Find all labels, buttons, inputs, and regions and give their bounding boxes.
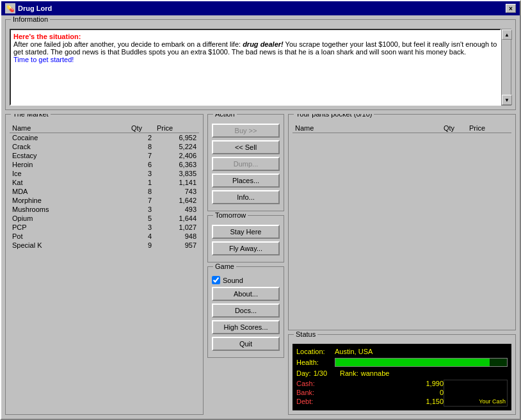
market-item-price: 5,224: [154, 142, 199, 151]
market-item-qty: 2: [129, 133, 154, 143]
market-item-price: 957: [154, 241, 199, 250]
info-heading: Here's the situation:: [13, 33, 497, 40]
market-item-qty: 9: [129, 241, 154, 250]
day-value: 1/30: [314, 369, 327, 377]
market-item-price: 6,363: [154, 160, 199, 169]
rank-label: Rank:: [340, 369, 358, 377]
fly-away-button[interactable]: Fly Away...: [212, 241, 280, 255]
title-bar-left: 💊 Drug Lord: [5, 3, 52, 13]
about-button[interactable]: About...: [212, 287, 280, 301]
market-row[interactable]: MDA 8 743: [10, 187, 199, 196]
info-text-area: Here's the situation: After one failed j…: [10, 29, 501, 106]
market-item-qty: 3: [129, 169, 154, 178]
market-item-qty: 7: [129, 151, 154, 160]
tomorrow-group: Tomorrow Stay Here Fly Away...: [207, 215, 284, 262]
buy-button[interactable]: Buy >>: [212, 124, 280, 138]
main-content: Information Here's the situation: After …: [1, 15, 520, 419]
market-item-qty: 6: [129, 160, 154, 169]
cash-chart: Your Cash: [444, 380, 508, 407]
information-group: Information Here's the situation: After …: [5, 19, 516, 110]
pants-label: Your pants pocket (0/10): [294, 114, 374, 118]
location-value: Austin, USA: [335, 348, 373, 355]
market-item-qty: 3: [129, 223, 154, 232]
places-button[interactable]: Places...: [212, 174, 280, 188]
market-item-name: Heroin: [10, 160, 129, 169]
information-label: Information: [11, 15, 50, 23]
market-row[interactable]: Mushrooms 3 493: [10, 205, 199, 214]
dump-button[interactable]: Dump...: [212, 157, 280, 171]
sound-label[interactable]: Sound: [223, 277, 243, 284]
market-row[interactable]: Pot 4 948: [10, 232, 199, 241]
market-row[interactable]: Ice 3 3,835: [10, 169, 199, 178]
market-item-qty: 5: [129, 214, 154, 223]
market-item-name: Crack: [10, 142, 129, 151]
health-bar: [335, 359, 490, 366]
sound-row: Sound: [212, 276, 280, 284]
market-col-price: Price: [154, 124, 199, 133]
market-row[interactable]: PCP 3 1,027: [10, 223, 199, 232]
market-row[interactable]: Morphine 7 1,642: [10, 196, 199, 205]
cash-label: Cash:: [296, 380, 322, 387]
status-label: Status: [294, 330, 317, 338]
market-item-name: Morphine: [10, 196, 129, 205]
market-item-price: 743: [154, 187, 199, 196]
health-row: Health:: [296, 358, 508, 367]
bank-label: Bank:: [296, 389, 322, 396]
info-body: After one failed job after another, you …: [13, 40, 497, 56]
main-window: 💊 Drug Lord × Information Here's the sit…: [0, 0, 521, 420]
market-item-name: Mushrooms: [10, 205, 129, 214]
game-group: Game Sound About... Docs... High Scores.…: [207, 266, 284, 358]
high-scores-button[interactable]: High Scores...: [212, 320, 280, 334]
pants-table: Name Qty Price: [293, 124, 511, 133]
market-item-price: 948: [154, 232, 199, 241]
market-row[interactable]: Special K 9 957: [10, 241, 199, 250]
docs-button[interactable]: Docs...: [212, 303, 280, 318]
market-row[interactable]: Kat 1 1,141: [10, 178, 199, 187]
market-label: The Market: [11, 114, 51, 118]
debt-row: Debt: 1,150: [296, 398, 444, 405]
pants-col-price: Price: [467, 124, 511, 133]
market-col-name: Name: [10, 124, 129, 133]
stay-here-button[interactable]: Stay Here: [212, 225, 280, 239]
scroll-down-button[interactable]: ▼: [502, 95, 512, 105]
market-row[interactable]: Crack 8 5,224: [10, 142, 199, 151]
market-col-qty: Qty: [129, 124, 154, 133]
sound-checkbox[interactable]: [212, 276, 220, 284]
action-group: Action Buy >> << Sell Dump... Places... …: [207, 114, 284, 211]
info-button[interactable]: Info...: [212, 190, 280, 204]
window-title: Drug Lord: [18, 4, 52, 12]
market-item-qty: 7: [129, 196, 154, 205]
debt-value: 1,150: [322, 398, 444, 405]
market-item-name: PCP: [10, 223, 129, 232]
market-item-price: 6,952: [154, 133, 199, 143]
market-item-name: Opium: [10, 214, 129, 223]
cash-row: Cash: 1,990: [296, 380, 444, 387]
market-row[interactable]: Cocaine 2 6,952: [10, 133, 199, 143]
market-item-qty: 4: [129, 232, 154, 241]
market-item-name: Ecstacy: [10, 151, 129, 160]
action-column: Action Buy >> << Sell Dump... Places... …: [207, 114, 284, 415]
location-row: Location: Austin, USA: [296, 348, 508, 355]
market-item-name: Ice: [10, 169, 129, 178]
market-row[interactable]: Heroin 6 6,363: [10, 160, 199, 169]
market-item-price: 493: [154, 205, 199, 214]
quit-button[interactable]: Quit: [212, 337, 280, 351]
tomorrow-label: Tomorrow: [213, 211, 248, 219]
rank-value: wannabe: [361, 369, 390, 377]
market-item-qty: 8: [129, 142, 154, 151]
market-item-price: 1,027: [154, 223, 199, 232]
market-row[interactable]: Ecstacy 7 2,406: [10, 151, 199, 160]
day-rank-row: Day: 1/30 Rank: wannabe: [296, 369, 508, 377]
market-item-name: Cocaine: [10, 133, 129, 143]
scroll-up-button[interactable]: ▲: [502, 29, 512, 40]
market-item-price: 1,644: [154, 214, 199, 223]
close-button[interactable]: ×: [506, 4, 516, 13]
main-area: The Market Name Qty Price Cocaine 2 6,95…: [5, 114, 516, 415]
sell-button[interactable]: << Sell: [212, 140, 280, 154]
bank-row: Bank: 0: [296, 389, 444, 396]
market-row[interactable]: Opium 5 1,644: [10, 214, 199, 223]
pants-col-qty: Qty: [441, 124, 467, 133]
status-money-section: Cash: 1,990 Bank: 0 Debt: 1,150: [296, 380, 444, 407]
right-column: Your pants pocket (0/10) Name Qty Price: [288, 114, 516, 415]
status-bottom: Cash: 1,990 Bank: 0 Debt: 1,150: [296, 380, 508, 407]
